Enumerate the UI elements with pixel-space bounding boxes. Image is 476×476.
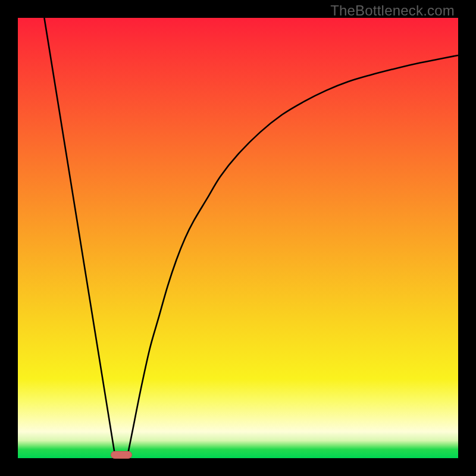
min-marker-icon [111,451,132,459]
curve-svg [18,18,458,458]
plot-area [18,18,458,458]
chart-frame: TheBottleneck.com [0,0,476,476]
watermark-label: TheBottleneck.com [330,2,455,19]
bottleneck-curve-path [44,18,458,454]
